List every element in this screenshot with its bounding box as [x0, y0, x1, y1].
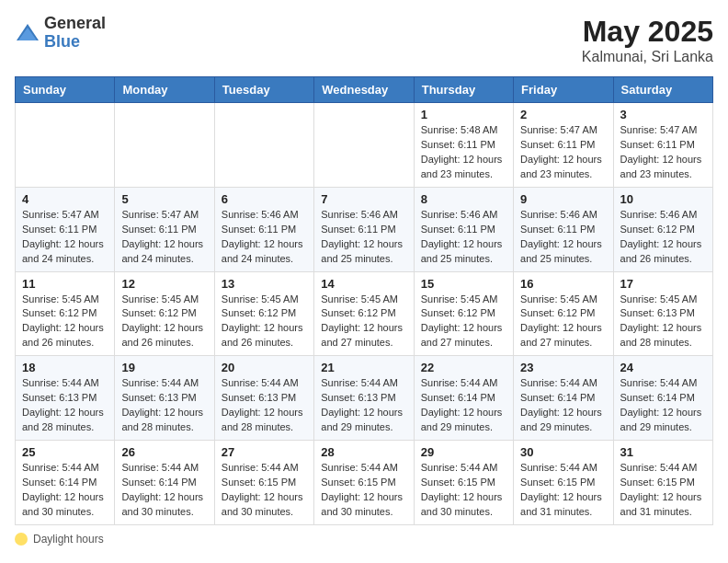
- day-of-week-header: Tuesday: [214, 77, 313, 103]
- calendar-location: Kalmunai, Sri Lanka: [582, 49, 713, 65]
- calendar-day-cell: 30Sunrise: 5:44 AM Sunset: 6:15 PM Dayli…: [514, 441, 613, 525]
- calendar-day-cell: 6Sunrise: 5:46 AM Sunset: 6:11 PM Daylig…: [214, 187, 313, 271]
- calendar-day-cell: 28Sunrise: 5:44 AM Sunset: 6:15 PM Dayli…: [314, 441, 414, 525]
- day-of-week-header: Thursday: [414, 77, 513, 103]
- day-number: 26: [121, 445, 207, 459]
- day-number: 29: [421, 445, 506, 459]
- day-number: 4: [22, 192, 108, 206]
- day-info: Sunrise: 5:44 AM Sunset: 6:15 PM Dayligh…: [321, 461, 406, 520]
- calendar-day-cell: 14Sunrise: 5:45 AM Sunset: 6:12 PM Dayli…: [314, 271, 414, 356]
- day-info: Sunrise: 5:46 AM Sunset: 6:11 PM Dayligh…: [421, 208, 506, 267]
- calendar-week-row: 11Sunrise: 5:45 AM Sunset: 6:12 PM Dayli…: [16, 271, 713, 356]
- day-number: 18: [22, 361, 108, 374]
- calendar-day-cell: 27Sunrise: 5:44 AM Sunset: 6:15 PM Dayli…: [214, 441, 313, 525]
- calendar-week-row: 4Sunrise: 5:47 AM Sunset: 6:11 PM Daylig…: [16, 187, 713, 271]
- day-info: Sunrise: 5:48 AM Sunset: 6:11 PM Dayligh…: [421, 123, 506, 182]
- day-number: 17: [620, 277, 706, 291]
- calendar-week-row: 25Sunrise: 5:44 AM Sunset: 6:14 PM Dayli…: [16, 441, 713, 525]
- day-of-week-header: Sunday: [16, 77, 115, 103]
- day-number: 3: [620, 108, 706, 121]
- calendar-day-cell: 23Sunrise: 5:44 AM Sunset: 6:14 PM Dayli…: [514, 356, 613, 441]
- day-info: Sunrise: 5:45 AM Sunset: 6:12 PM Dayligh…: [121, 293, 207, 351]
- title-block: May 2025 Kalmunai, Sri Lanka: [582, 15, 713, 65]
- calendar-day-cell: 4Sunrise: 5:47 AM Sunset: 6:11 PM Daylig…: [16, 187, 115, 271]
- calendar-table: SundayMondayTuesdayWednesdayThursdayFrid…: [15, 76, 713, 525]
- day-number: 28: [321, 445, 406, 459]
- calendar-day-cell: 20Sunrise: 5:44 AM Sunset: 6:13 PM Dayli…: [214, 356, 313, 441]
- day-number: 12: [121, 277, 207, 291]
- logo-icon: [15, 20, 40, 46]
- day-number: 23: [520, 361, 606, 374]
- day-number: 10: [620, 192, 706, 206]
- day-info: Sunrise: 5:47 AM Sunset: 6:11 PM Dayligh…: [520, 123, 606, 182]
- day-of-week-header: Monday: [115, 77, 214, 103]
- day-number: 31: [620, 445, 706, 459]
- day-number: 27: [222, 445, 307, 459]
- calendar-day-cell: [314, 103, 414, 188]
- day-info: Sunrise: 5:44 AM Sunset: 6:14 PM Dayligh…: [121, 461, 207, 520]
- day-info: Sunrise: 5:47 AM Sunset: 6:11 PM Dayligh…: [22, 208, 108, 267]
- calendar-title: May 2025: [582, 15, 713, 49]
- day-number: 11: [22, 277, 108, 291]
- day-number: 15: [421, 277, 506, 291]
- day-number: 6: [222, 192, 307, 206]
- day-info: Sunrise: 5:44 AM Sunset: 6:14 PM Dayligh…: [22, 461, 108, 520]
- calendar-week-row: 1Sunrise: 5:48 AM Sunset: 6:11 PM Daylig…: [16, 103, 713, 188]
- logo-general: General: [44, 15, 106, 33]
- day-number: 8: [421, 192, 506, 206]
- logo-blue: Blue: [44, 33, 106, 52]
- day-info: Sunrise: 5:44 AM Sunset: 6:14 PM Dayligh…: [421, 376, 506, 435]
- day-info: Sunrise: 5:46 AM Sunset: 6:11 PM Dayligh…: [321, 208, 406, 267]
- day-number: 1: [421, 108, 506, 121]
- sun-icon: [15, 533, 28, 546]
- day-info: Sunrise: 5:46 AM Sunset: 6:11 PM Dayligh…: [520, 208, 606, 267]
- calendar-day-cell: 18Sunrise: 5:44 AM Sunset: 6:13 PM Dayli…: [16, 356, 115, 441]
- calendar-day-cell: 7Sunrise: 5:46 AM Sunset: 6:11 PM Daylig…: [314, 187, 414, 271]
- day-number: 25: [22, 445, 108, 459]
- day-info: Sunrise: 5:44 AM Sunset: 6:14 PM Dayligh…: [520, 376, 606, 435]
- day-number: 16: [520, 277, 606, 291]
- calendar-day-cell: 19Sunrise: 5:44 AM Sunset: 6:13 PM Dayli…: [115, 356, 214, 441]
- day-info: Sunrise: 5:44 AM Sunset: 6:13 PM Dayligh…: [222, 376, 307, 435]
- calendar-day-cell: 29Sunrise: 5:44 AM Sunset: 6:15 PM Dayli…: [414, 441, 513, 525]
- day-number: 14: [321, 277, 406, 291]
- day-info: Sunrise: 5:46 AM Sunset: 6:11 PM Dayligh…: [222, 208, 307, 267]
- day-info: Sunrise: 5:44 AM Sunset: 6:15 PM Dayligh…: [222, 461, 307, 520]
- day-number: 20: [222, 361, 307, 374]
- day-info: Sunrise: 5:47 AM Sunset: 6:11 PM Dayligh…: [121, 208, 207, 267]
- day-info: Sunrise: 5:46 AM Sunset: 6:12 PM Dayligh…: [620, 208, 706, 267]
- day-number: 5: [121, 192, 207, 206]
- day-info: Sunrise: 5:44 AM Sunset: 6:13 PM Dayligh…: [321, 376, 406, 435]
- day-number: 21: [321, 361, 406, 374]
- calendar-day-cell: 21Sunrise: 5:44 AM Sunset: 6:13 PM Dayli…: [314, 356, 414, 441]
- calendar-day-cell: 5Sunrise: 5:47 AM Sunset: 6:11 PM Daylig…: [115, 187, 214, 271]
- calendar-day-cell: [214, 103, 313, 188]
- calendar-day-cell: 16Sunrise: 5:45 AM Sunset: 6:12 PM Dayli…: [514, 271, 613, 356]
- calendar-day-cell: 2Sunrise: 5:47 AM Sunset: 6:11 PM Daylig…: [514, 103, 613, 188]
- day-info: Sunrise: 5:45 AM Sunset: 6:12 PM Dayligh…: [520, 293, 606, 351]
- calendar-day-cell: 24Sunrise: 5:44 AM Sunset: 6:14 PM Dayli…: [613, 356, 712, 441]
- calendar-day-cell: 9Sunrise: 5:46 AM Sunset: 6:11 PM Daylig…: [514, 187, 613, 271]
- day-number: 22: [421, 361, 506, 374]
- calendar-header-row: SundayMondayTuesdayWednesdayThursdayFrid…: [16, 77, 713, 103]
- day-number: 24: [620, 361, 706, 374]
- day-info: Sunrise: 5:45 AM Sunset: 6:12 PM Dayligh…: [321, 293, 406, 351]
- day-number: 2: [520, 108, 606, 121]
- calendar-day-cell: 1Sunrise: 5:48 AM Sunset: 6:11 PM Daylig…: [414, 103, 513, 188]
- calendar-week-row: 18Sunrise: 5:44 AM Sunset: 6:13 PM Dayli…: [16, 356, 713, 441]
- day-number: 30: [520, 445, 606, 459]
- calendar-day-cell: 15Sunrise: 5:45 AM Sunset: 6:12 PM Dayli…: [414, 271, 513, 356]
- day-number: 7: [321, 192, 406, 206]
- day-number: 13: [222, 277, 307, 291]
- calendar-day-cell: 22Sunrise: 5:44 AM Sunset: 6:14 PM Dayli…: [414, 356, 513, 441]
- calendar-day-cell: 17Sunrise: 5:45 AM Sunset: 6:13 PM Dayli…: [613, 271, 712, 356]
- calendar-day-cell: 31Sunrise: 5:44 AM Sunset: 6:15 PM Dayli…: [613, 441, 712, 525]
- calendar-day-cell: 12Sunrise: 5:45 AM Sunset: 6:12 PM Dayli…: [115, 271, 214, 356]
- day-info: Sunrise: 5:44 AM Sunset: 6:13 PM Dayligh…: [22, 376, 108, 435]
- day-info: Sunrise: 5:44 AM Sunset: 6:13 PM Dayligh…: [121, 376, 207, 435]
- calendar-day-cell: 10Sunrise: 5:46 AM Sunset: 6:12 PM Dayli…: [613, 187, 712, 271]
- calendar-day-cell: 13Sunrise: 5:45 AM Sunset: 6:12 PM Dayli…: [214, 271, 313, 356]
- day-of-week-header: Saturday: [613, 77, 712, 103]
- day-info: Sunrise: 5:44 AM Sunset: 6:15 PM Dayligh…: [520, 461, 606, 520]
- day-info: Sunrise: 5:45 AM Sunset: 6:12 PM Dayligh…: [421, 293, 506, 351]
